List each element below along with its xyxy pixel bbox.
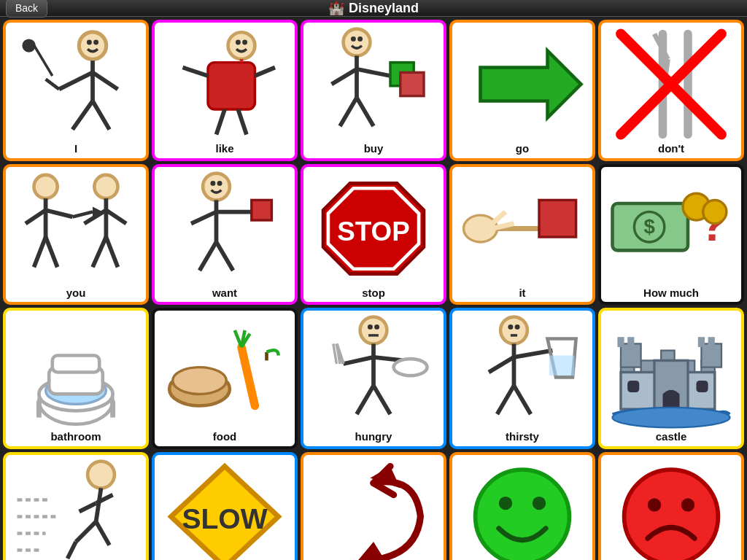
svg-point-105 [508,324,513,330]
svg-line-50 [72,211,93,217]
svg-point-84 [173,368,227,394]
svg-rect-124 [621,343,641,367]
back-button[interactable]: Back [6,0,47,18]
svg-point-54 [217,180,222,185]
svg-point-106 [515,324,520,330]
cell-stop[interactable]: STOP stop [301,164,446,306]
cell-dont-label: don't [658,143,684,155]
cell-you[interactable]: you [3,164,149,306]
svg-point-10 [87,40,92,45]
cell-it[interactable]: it [449,164,595,306]
cell-stop-icon: STOP [306,170,441,287]
cell-thirsty-icon [455,314,589,431]
svg-point-145 [476,470,570,560]
cell-food-icon [158,314,292,431]
svg-rect-80 [53,356,99,373]
svg-line-134 [96,521,109,545]
cell-bathroom-icon [9,314,143,431]
cell-howmuch[interactable]: $ ? How much [598,164,744,306]
cell-thirsty[interactable]: thirsty [449,308,595,449]
svg-line-59 [200,241,217,270]
cell-i[interactable]: I [3,20,149,161]
cell-bathroom-label: bathroom [50,431,101,443]
svg-text:STOP: STOP [337,216,410,246]
cell-again[interactable]: again [301,452,446,561]
app-header: Back 🏰 Disneyland [0,0,747,17]
cell-bathroom[interactable]: bathroom [3,308,149,449]
svg-line-113 [514,386,531,414]
svg-rect-30 [400,72,424,96]
cell-castle-label: castle [656,431,687,443]
svg-line-5 [72,101,93,130]
svg-line-4 [93,72,118,89]
symbol-grid: I like [0,17,747,560]
cell-hungry-label: hungry [355,431,392,443]
svg-point-44 [94,174,117,198]
svg-point-75 [703,200,727,223]
cell-no[interactable]: no [598,452,744,561]
svg-text:SLOW: SLOW [182,502,267,534]
svg-rect-128 [698,337,705,347]
cell-fast-icon [9,458,143,561]
cell-it-icon [455,170,589,287]
svg-line-19 [217,109,225,135]
svg-line-6 [93,101,109,130]
cell-dont[interactable]: don't [598,20,744,161]
cell-hungry[interactable]: hungry [301,308,446,449]
svg-marker-143 [357,542,387,561]
svg-line-102 [357,386,374,414]
cell-again-icon [306,458,441,561]
cell-stop-label: stop [362,287,385,300]
svg-line-133 [80,503,96,512]
svg-point-150 [681,498,694,511]
svg-line-47 [106,210,126,223]
header-title-text: Disneyland [349,1,419,16]
cell-slow-icon: SLOW [158,458,292,561]
cell-dont-icon [604,26,738,143]
svg-line-25 [332,69,357,85]
svg-point-149 [648,498,661,511]
cell-like-icon [158,26,292,143]
svg-rect-121 [627,381,639,392]
cell-like[interactable]: like [152,20,298,161]
svg-point-91 [360,317,387,344]
svg-point-147 [533,496,546,509]
svg-point-52 [203,173,230,200]
svg-rect-127 [701,343,721,367]
svg-point-22 [351,36,356,42]
svg-point-93 [374,324,379,330]
cell-want[interactable]: want [152,164,298,306]
svg-line-28 [357,98,374,126]
svg-point-21 [344,29,371,56]
svg-point-23 [357,36,363,42]
svg-rect-15 [208,63,255,109]
svg-line-27 [340,98,357,126]
cell-go[interactable]: go [449,20,595,161]
svg-line-68 [492,211,506,223]
cell-yes[interactable]: yes [449,452,595,561]
svg-point-104 [500,317,527,344]
svg-line-3 [46,79,59,90]
svg-line-96 [344,357,374,364]
svg-line-60 [217,241,233,270]
svg-line-41 [46,210,73,217]
header-title: 🏰 Disneyland [328,0,419,16]
svg-point-92 [368,324,373,330]
cell-hungry-icon [306,314,441,431]
cell-slow[interactable]: SLOW slow [152,452,298,561]
svg-rect-129 [708,337,715,347]
svg-point-146 [499,496,512,509]
svg-point-9 [80,32,107,59]
cell-thirsty-label: thirsty [506,431,539,443]
svg-line-42 [34,237,46,267]
cell-buy[interactable]: buy [301,20,446,161]
cell-food[interactable]: food [152,308,298,449]
cell-buy-icon [306,26,441,143]
svg-line-49 [106,237,117,267]
cell-fast[interactable]: fast [3,452,149,561]
svg-point-101 [394,359,427,376]
svg-point-13 [236,40,241,45]
svg-line-109 [489,357,514,373]
svg-marker-31 [481,51,581,118]
cell-castle[interactable]: castle [598,308,744,449]
